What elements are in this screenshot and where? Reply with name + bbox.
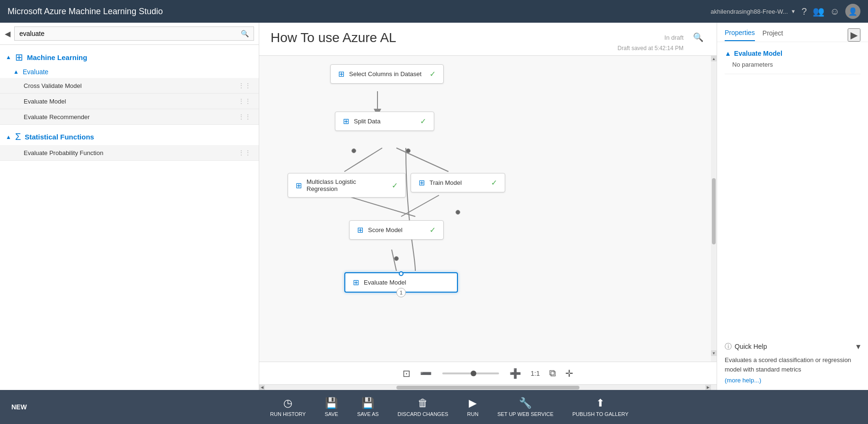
main-area: ◀ 🔍 ▲ ⊞ Machine Learning ▲ Evaluate Cros…	[0, 23, 868, 390]
more-help-link[interactable]: (more help...)	[725, 377, 761, 384]
svg-line-4	[401, 195, 439, 216]
port-train-model-out[interactable]	[456, 210, 460, 215]
run-label: RUN	[467, 411, 479, 417]
node-select-columns-check: ✓	[430, 69, 436, 78]
list-item[interactable]: Evaluate Recommender ⋮⋮	[0, 109, 259, 125]
port-split-data-out-right[interactable]	[406, 148, 411, 153]
canvas-title: How To use Azure AL	[271, 30, 618, 45]
node-select-columns[interactable]: ⊞ Select Columns in Dataset ✓	[330, 64, 444, 84]
avatar[interactable]: 👤	[845, 4, 860, 19]
statistical-functions-label: Statistical Functions	[25, 133, 94, 141]
tree-category-chevron-sf: ▲	[6, 134, 11, 140]
canvas-vertical-scrollbar[interactable]: ▲ ▼	[711, 56, 717, 362]
set-up-web-service-button[interactable]: 🔧 SET UP WEB SERVICE	[488, 393, 563, 421]
drag-handle-icon: ⋮⋮	[238, 113, 251, 121]
save-as-button[interactable]: 💾 SAVE AS	[348, 393, 388, 421]
node-train-model-check: ✓	[491, 178, 497, 187]
top-bar: Microsoft Azure Machine Learning Studio …	[0, 0, 868, 23]
tree-area: ▲ ⊞ Machine Learning ▲ Evaluate Cross Va…	[0, 45, 259, 390]
fit-to-window-icon[interactable]: ⊡	[400, 366, 413, 381]
node-split-data-icon: ⊞	[343, 117, 349, 126]
tree-item-label: Evaluate Recommender	[24, 113, 89, 121]
quick-help-header[interactable]: ⓘ Quick Help ▾	[725, 341, 860, 352]
multi-select-icon[interactable]: ⧉	[546, 366, 559, 381]
zoom-out-icon[interactable]: ➖	[417, 366, 435, 381]
save-button[interactable]: 💾 SAVE	[315, 393, 348, 421]
machine-learning-icon: ⊞	[15, 52, 23, 63]
scroll-down-icon[interactable]: ▼	[711, 350, 717, 356]
port-evaluate-model-in[interactable]	[399, 271, 403, 276]
no-parameters-label: No parameters	[732, 61, 860, 68]
canvas-horizontal-scrollbar[interactable]: ◀ ▶	[259, 384, 717, 390]
scroll-right-icon[interactable]: ▶	[705, 384, 711, 390]
save-as-label: SAVE AS	[357, 411, 379, 417]
node-multiclass-check: ✓	[392, 181, 398, 190]
collapse-left-panel-button[interactable]: ◀	[5, 29, 10, 38]
pan-icon[interactable]: ✛	[562, 366, 576, 381]
tree-category-machine-learning[interactable]: ▲ ⊞ Machine Learning	[0, 49, 259, 66]
scroll-up-icon[interactable]: ▲	[711, 56, 717, 61]
help-icon[interactable]: ?	[801, 6, 807, 17]
zoom-slider[interactable]	[442, 372, 499, 374]
tree-item-label: Evaluate Probability Function	[24, 149, 103, 156]
drag-handle-icon: ⋮⋮	[238, 149, 251, 156]
set-up-web-service-icon: 🔧	[519, 397, 532, 409]
zoom-in-icon[interactable]: ➕	[507, 366, 524, 381]
canvas-search-icon[interactable]: 🔍	[691, 30, 705, 44]
bottom-actions: ◷ RUN HISTORY 💾 SAVE 💾 SAVE AS 🗑 DISCARD…	[42, 393, 857, 421]
quick-help-title: ⓘ Quick Help	[725, 342, 767, 351]
evaluate-label: Evaluate	[23, 68, 48, 76]
node-score-model[interactable]: ⊞ Score Model ✓	[349, 220, 444, 240]
svg-line-1	[396, 148, 448, 172]
tree-category-statistical-functions[interactable]: ▲ Σ Statistical Functions	[0, 129, 259, 145]
people-icon[interactable]: 👥	[813, 6, 824, 17]
user-menu[interactable]: akhilendrasingh88-Free-W... ▼	[710, 8, 796, 15]
port-split-data-out-left[interactable]	[351, 148, 356, 153]
node-score-model-check: ✓	[430, 225, 436, 234]
canvas-scroll[interactable]: ⊞ Select Columns in Dataset ✓ ⊞ Split Da…	[259, 56, 717, 362]
list-item[interactable]: Evaluate Model ⋮⋮	[0, 94, 259, 109]
tab-project[interactable]: Project	[763, 29, 783, 41]
expand-right-panel-button[interactable]: ▶	[848, 28, 860, 42]
search-input[interactable]	[15, 27, 236, 40]
node-train-model[interactable]: ⊞ Train Model ✓	[411, 173, 505, 192]
scroll-left-icon[interactable]: ◀	[259, 384, 265, 390]
node-multiclass-icon: ⊞	[296, 181, 302, 190]
tree-subcategory-evaluate[interactable]: ▲ Evaluate	[0, 66, 259, 78]
search-button[interactable]: 🔍	[236, 27, 254, 40]
machine-learning-label: Machine Learning	[27, 53, 88, 61]
run-history-label: RUN HISTORY	[270, 411, 306, 417]
left-panel-top: ◀ 🔍	[0, 23, 259, 45]
quick-help-toggle-icon[interactable]: ▾	[856, 341, 860, 352]
node-multiclass-label: Multiclass Logistic Regression	[307, 178, 387, 192]
statistical-functions-icon: Σ	[15, 131, 21, 142]
node-badge: 1	[396, 288, 406, 297]
node-train-model-label: Train Model	[430, 179, 486, 186]
smiley-icon[interactable]: ☺	[830, 6, 840, 17]
user-dropdown-icon[interactable]: ▼	[791, 9, 796, 14]
node-split-data[interactable]: ⊞ Split Data ✓	[335, 112, 434, 131]
tree-subcategory-chevron-eval: ▲	[13, 69, 19, 75]
zoom-reset-icon[interactable]: 1:1	[528, 368, 543, 379]
publish-to-gallery-button[interactable]: ⬆ PUBLISH TO GALLERY	[563, 393, 638, 421]
canvas-scrollbar-h-thumb[interactable]	[396, 386, 579, 389]
tree-item-label: Evaluate Model	[24, 98, 66, 105]
canvas-body: ⊞ Select Columns in Dataset ✓ ⊞ Split Da…	[259, 56, 717, 362]
canvas-status: In draft	[665, 34, 684, 41]
list-item[interactable]: Cross Validate Model ⋮⋮	[0, 78, 259, 94]
run-history-button[interactable]: ◷ RUN HISTORY	[261, 393, 315, 421]
list-item[interactable]: Evaluate Probability Function ⋮⋮	[0, 145, 259, 161]
node-evaluate-model-icon: ⊞	[353, 278, 359, 287]
node-multiclass[interactable]: ⊞ Multiclass Logistic Regression ✓	[288, 173, 406, 198]
canvas-header: How To use Azure AL In draft Draft saved…	[259, 23, 717, 56]
canvas-scrollbar-v-thumb[interactable]	[712, 178, 716, 244]
save-as-icon: 💾	[361, 397, 374, 409]
tab-properties[interactable]: Properties	[725, 29, 755, 41]
quick-help-text: Evaluates a scored classification or reg…	[725, 355, 860, 374]
node-evaluate-model-label: Evaluate Model	[364, 279, 449, 286]
left-panel: ◀ 🔍 ▲ ⊞ Machine Learning ▲ Evaluate Cros…	[0, 23, 259, 390]
discard-changes-button[interactable]: 🗑 DISCARD CHANGES	[388, 393, 458, 421]
port-score-model-out[interactable]	[394, 256, 399, 261]
run-button[interactable]: ▶ RUN	[458, 393, 488, 421]
save-label: SAVE	[324, 411, 338, 417]
